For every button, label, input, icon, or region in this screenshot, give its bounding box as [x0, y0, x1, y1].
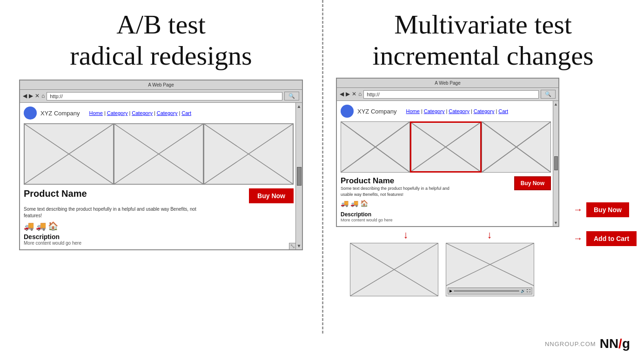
- browser-title-bar: A Web Page: [20, 80, 302, 90]
- volume-icon: 🔊: [521, 289, 525, 293]
- right-browser-wrap: A Web Page ◀ ▶ ✕ ⌂ 🔍: [336, 78, 559, 296]
- right-browser-controls: ◀ ▶ ✕ ⌂ 🔍: [337, 88, 558, 101]
- right-more-content: More content would go here: [341, 218, 551, 222]
- right-browser: A Web Page ◀ ▶ ✕ ⌂ 🔍: [336, 78, 559, 227]
- footer: NNGROUP.COM NN/g: [0, 334, 644, 354]
- left-panel: A/B test radical redesigns A Web Page ◀ …: [0, 0, 322, 334]
- close-icon[interactable]: ✕: [35, 93, 40, 100]
- delivery-icon: 🏠: [48, 221, 58, 231]
- bottom-wireframe-1: [350, 243, 438, 296]
- resize-handle: ⤡: [289, 243, 295, 249]
- annotation-row-1: → Buy Now: [573, 202, 637, 217]
- image-cell-3: [204, 124, 293, 184]
- nav-home[interactable]: Home: [89, 110, 103, 116]
- right-company-name: XYZ Company: [357, 108, 397, 115]
- right-nav-home[interactable]: Home: [406, 108, 420, 114]
- right-browser-body: XYZ Company Home | Category | Category |…: [337, 101, 558, 226]
- annotation-wrap: → Buy Now → Add to Cart: [559, 78, 637, 296]
- right-image-cell-2-highlighted: [410, 121, 481, 173]
- nav-cart[interactable]: Cart: [181, 110, 191, 116]
- right-inner: A Web Page ◀ ▶ ✕ ⌂ 🔍: [336, 78, 630, 296]
- right-scrollbar[interactable]: ▲ ▼: [553, 101, 558, 226]
- bottom-wireframes: ▶ 🔊 ⛶: [336, 243, 559, 296]
- nav-links: Home | Category | Category | Category | …: [89, 110, 191, 116]
- play-icon: ▶: [449, 289, 452, 293]
- scrollbar[interactable]: ▲ ▼: [295, 103, 302, 249]
- right-delivery-icon: 🏠: [360, 200, 368, 207]
- right-home-icon[interactable]: ⌂: [358, 91, 362, 98]
- right-forward-icon[interactable]: ▶: [346, 91, 350, 98]
- right-truck-icon-2: 🚚: [350, 200, 358, 207]
- url-input[interactable]: [47, 92, 282, 100]
- section-divider: [322, 0, 323, 334]
- right-url-input[interactable]: [363, 90, 539, 99]
- right-product-desc: Some text describing the product hopeful…: [341, 186, 452, 197]
- right-search-button[interactable]: 🔍: [541, 90, 556, 99]
- home-icon[interactable]: ⌂: [41, 93, 45, 100]
- browser-controls: ◀ ▶ ✕ ⌂ 🔍: [20, 90, 302, 103]
- annotation-add-to-cart-button[interactable]: Add to Cart: [586, 231, 637, 246]
- down-arrow-2: ↓: [487, 229, 492, 241]
- truck-icon-2: 🚚: [36, 221, 46, 231]
- right-close-icon[interactable]: ✕: [352, 91, 356, 98]
- right-description-title: Description: [341, 211, 551, 218]
- product-desc: Some text describing the product hopeful…: [24, 206, 201, 219]
- right-image-cell-3: [482, 121, 551, 173]
- right-browser-title-bar: A Web Page: [337, 79, 558, 88]
- product-icons: 🚚 🚚 🏠: [24, 221, 294, 231]
- product-images-grid: [24, 123, 294, 185]
- right-nav-cat2[interactable]: Category: [449, 108, 470, 114]
- annotation-row-2: → Add to Cart: [573, 231, 637, 246]
- right-product-images-grid: [341, 121, 551, 173]
- fullscreen-icon: ⛶: [527, 289, 530, 293]
- right-product-name: Product Name: [341, 176, 394, 185]
- right-product-icons: 🚚 🚚 🏠: [341, 200, 452, 207]
- nav-cat2[interactable]: Category: [132, 110, 153, 116]
- right-site-nav: XYZ Company Home | Category | Category |…: [341, 105, 551, 118]
- arrow-right-2: →: [573, 233, 583, 244]
- right-back-icon[interactable]: ◀: [340, 91, 344, 98]
- right-image-cell-1: [341, 121, 410, 173]
- buy-now-button[interactable]: Buy Now: [249, 188, 294, 203]
- browser-content-left: XYZ Company Home | Category | Category |…: [20, 103, 295, 249]
- right-product-section: Product Name Some text describing the pr…: [341, 176, 551, 209]
- right-nav-cat1[interactable]: Category: [424, 108, 445, 114]
- company-name: XYZ Company: [40, 110, 80, 117]
- truck-icon: 🚚: [24, 221, 34, 231]
- right-browser-content: XYZ Company Home | Category | Category |…: [337, 101, 553, 226]
- back-icon[interactable]: ◀: [23, 93, 27, 100]
- forward-icon[interactable]: ▶: [29, 93, 33, 100]
- video-controls: ▶ 🔊 ⛶: [448, 287, 532, 294]
- bottom-wireframe-video: ▶ 🔊 ⛶: [446, 243, 534, 296]
- right-logo-circle: [341, 105, 354, 118]
- down-arrow-1: ↓: [403, 229, 409, 241]
- left-title: A/B test radical redesigns: [70, 9, 252, 71]
- nav-cat3[interactable]: Category: [157, 110, 178, 116]
- right-nav-cart[interactable]: Cart: [498, 108, 508, 114]
- search-button[interactable]: 🔍: [284, 92, 299, 100]
- site-nav: XYZ Company Home | Category | Category |…: [24, 107, 294, 120]
- arrow-right-1: →: [573, 204, 583, 215]
- product-name: Product Name: [24, 188, 87, 199]
- right-nav-cat3[interactable]: Category: [474, 108, 495, 114]
- right-panel: Multivariate test incremental changes A …: [322, 0, 644, 334]
- nav-cat1[interactable]: Category: [107, 110, 128, 116]
- right-buy-now-button[interactable]: Buy Now: [514, 176, 551, 190]
- image-cell-2: [114, 124, 204, 184]
- right-title: Multivariate test incremental changes: [336, 9, 630, 71]
- image-cell-1: [24, 124, 114, 184]
- product-section: Product Name Buy Now: [24, 188, 294, 203]
- footer-text: NNGROUP.COM: [545, 341, 596, 347]
- description-title: Description: [24, 233, 294, 240]
- right-product-name-group: Product Name Some text describing the pr…: [341, 176, 452, 209]
- annotation-buy-now-button[interactable]: Buy Now: [586, 202, 629, 217]
- footer-logo: NN/g: [600, 336, 630, 351]
- down-arrows-row: ↓ ↓: [336, 229, 559, 241]
- progress-bar: [454, 290, 519, 292]
- more-content: More content would go here: [24, 240, 294, 246]
- left-browser: A Web Page ◀ ▶ ✕ ⌂ 🔍 XYZ Company Home: [19, 80, 303, 250]
- right-nav-links: Home | Category | Category | Category | …: [406, 108, 508, 114]
- logo-circle: [24, 107, 37, 120]
- right-truck-icon: 🚚: [341, 200, 349, 207]
